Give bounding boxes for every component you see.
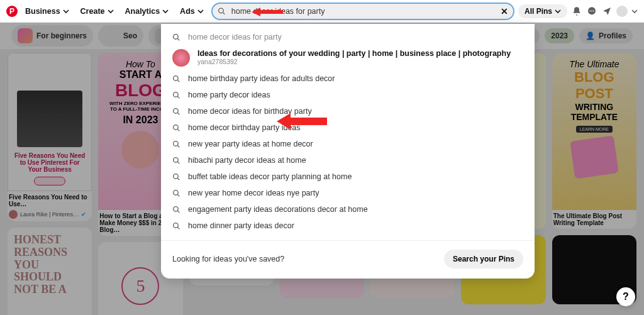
updates-icon[interactable] xyxy=(601,6,613,17)
svg-point-4 xyxy=(591,10,592,11)
svg-point-0 xyxy=(218,8,223,13)
profile-title: Ideas for decorations of your wedding | … xyxy=(197,49,511,58)
footer-label: Looking for ideas you've saved? xyxy=(172,255,284,263)
annotation-arrow-icon xyxy=(252,6,283,18)
svg-line-9 xyxy=(177,80,179,82)
svg-line-1 xyxy=(223,12,225,14)
messages-icon[interactable] xyxy=(586,6,597,17)
search-icon xyxy=(172,222,180,230)
svg-point-22 xyxy=(174,190,179,195)
svg-line-19 xyxy=(177,162,179,163)
search-icon xyxy=(172,173,180,181)
chevron-down-icon xyxy=(555,8,561,14)
search-icon xyxy=(172,189,180,197)
suggestion-item[interactable]: home decor ideas for birthday party xyxy=(161,103,535,119)
svg-line-23 xyxy=(177,194,179,196)
svg-marker-29 xyxy=(277,113,327,130)
svg-line-27 xyxy=(177,227,179,229)
profile-subtitle: yana2785392 xyxy=(197,58,511,65)
nav-create[interactable]: Create xyxy=(77,4,118,18)
suggestion-echo[interactable]: home decor ideas for party xyxy=(161,29,535,45)
svg-point-3 xyxy=(589,10,591,11)
notifications-icon[interactable] xyxy=(571,6,582,17)
pinterest-logo-icon[interactable]: P xyxy=(6,6,18,17)
svg-line-17 xyxy=(177,145,179,147)
search-icon xyxy=(172,124,180,132)
avatar-icon xyxy=(172,49,190,67)
search-icon xyxy=(172,157,180,165)
svg-point-20 xyxy=(174,174,179,179)
svg-point-18 xyxy=(174,157,179,162)
svg-point-10 xyxy=(174,92,179,97)
svg-line-15 xyxy=(177,129,179,131)
suggestion-item[interactable]: home birthday party ideas for adults dec… xyxy=(161,70,535,87)
svg-point-6 xyxy=(174,34,179,39)
svg-line-13 xyxy=(177,113,179,114)
search-icon xyxy=(172,75,180,83)
chevron-down-icon xyxy=(162,8,169,14)
dropdown-footer: Looking for ideas you've saved? Search y… xyxy=(161,240,535,271)
svg-line-11 xyxy=(177,96,179,98)
chevron-down-icon xyxy=(197,8,204,14)
chevron-down-icon xyxy=(108,8,114,14)
search-icon xyxy=(172,140,180,148)
suggestion-item[interactable]: new year party ideas at home decor xyxy=(161,136,535,152)
svg-line-25 xyxy=(177,211,179,213)
svg-marker-28 xyxy=(252,8,283,16)
suggestion-item[interactable]: home party decor ideas xyxy=(161,87,535,103)
search-icon xyxy=(172,33,180,41)
suggestion-item[interactable]: engagement party ideas decorations decor… xyxy=(161,201,535,218)
suggestion-item[interactable]: home decor birthday party ideas xyxy=(161,119,535,136)
search-icon xyxy=(172,91,180,99)
suggestion-item[interactable]: home dinner party ideas decor xyxy=(161,218,535,234)
svg-point-26 xyxy=(174,223,179,228)
search-your-pins-button[interactable]: Search your Pins xyxy=(444,250,523,268)
clear-search-icon[interactable]: ✕ xyxy=(501,6,508,16)
avatar-icon[interactable] xyxy=(616,6,628,17)
nav-ads[interactable]: Ads xyxy=(176,4,208,18)
search-icon xyxy=(172,206,180,214)
svg-point-16 xyxy=(174,141,179,146)
search-icon xyxy=(218,7,226,15)
suggestion-item[interactable]: new year home decor ideas nye party xyxy=(161,185,535,201)
search-icon xyxy=(172,108,180,116)
svg-point-5 xyxy=(593,10,594,11)
svg-line-21 xyxy=(177,178,179,180)
svg-line-7 xyxy=(177,38,179,40)
chevron-down-icon[interactable] xyxy=(631,8,638,14)
suggestion-profile[interactable]: Ideas for decorations of your wedding | … xyxy=(161,45,535,70)
nav-business[interactable]: Business xyxy=(21,4,73,18)
suggestion-item[interactable]: buffet table ideas decor party planning … xyxy=(161,169,535,185)
chevron-down-icon xyxy=(63,8,69,14)
svg-point-14 xyxy=(174,124,179,130)
top-nav: P Business Create Analytics Ads ✕ All Pi… xyxy=(0,0,644,23)
svg-point-12 xyxy=(174,108,179,113)
help-button[interactable]: ? xyxy=(616,287,635,306)
annotation-arrow-icon xyxy=(277,112,327,131)
suggestion-item[interactable]: hibachi party decor ideas at home xyxy=(161,152,535,169)
svg-point-8 xyxy=(174,75,179,80)
nav-analytics[interactable]: Analytics xyxy=(121,4,173,18)
svg-point-24 xyxy=(174,206,179,211)
search-suggestions-dropdown: home decor ideas for party Ideas for dec… xyxy=(161,24,535,279)
search-scope-dropdown[interactable]: All Pins xyxy=(518,4,567,18)
